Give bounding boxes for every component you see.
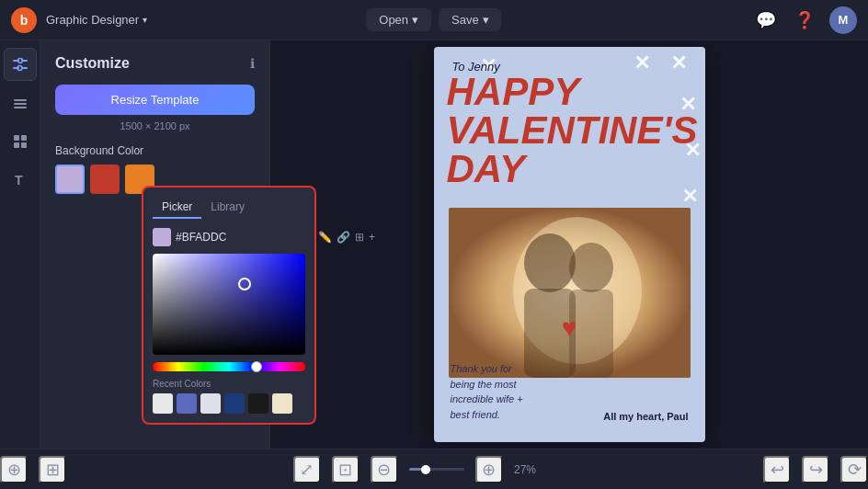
recent-swatch-3[interactable] [224,393,245,414]
svg-rect-3 [13,67,19,69]
recent-label: Recent Colors [153,379,305,389]
picker-tab-picker[interactable]: Picker [153,197,201,219]
comment-button[interactable]: 💬 [752,6,780,34]
bg-color-label: Background Color [55,144,255,157]
open-chevron-icon: ▾ [412,13,418,27]
open-label: Open [379,13,408,27]
link-icon[interactable]: 🔗 [337,231,350,244]
open-button[interactable]: Open ▾ [366,8,431,31]
zoom-level: 27% [514,463,536,476]
svg-point-16 [524,233,576,292]
grid-button[interactable]: ⊞ [39,456,66,483]
svg-rect-9 [14,135,19,141]
help-button[interactable]: ❓ [791,6,818,34]
zoom-out-button[interactable]: ⊖ [371,456,398,483]
zoom-thumb [421,465,430,474]
svg-rect-10 [21,135,27,141]
panel-title: Customize [55,55,130,72]
topbar-center-actions: Open ▾ Save ▾ [366,8,501,31]
hex-input[interactable] [176,231,314,244]
app-name: Graphic Designer [46,13,139,27]
valentine-card: ✕ ✕ ✕ ✕ ✕ ✕ To Jenny HAPPY VALENTINE'S D… [434,47,705,442]
info-icon[interactable]: ℹ [250,56,255,71]
save-chevron-icon: ▾ [483,13,489,27]
gradient-cursor [238,278,251,290]
svg-rect-6 [14,99,27,101]
svg-rect-11 [14,142,19,148]
save-label: Save [451,13,479,27]
svg-text:T: T [15,173,23,188]
swatch-red[interactable] [90,165,120,194]
svg-point-5 [17,66,22,71]
hex-row: ✏️ 🔗 ⊞ + [153,228,305,246]
app-logo: b [11,7,37,33]
grid-icon[interactable]: ⊞ [355,231,364,244]
zoom-in-button[interactable]: ⊕ [475,456,503,483]
recent-swatch-0[interactable] [153,393,173,414]
canvas-area[interactable]: ✕ ✕ ✕ ✕ ✕ ✕ To Jenny HAPPY VALENTINE'S D… [270,40,868,449]
save-button[interactable]: Save ▾ [439,8,502,31]
card-photo [449,208,691,378]
hue-thumb [251,361,262,372]
nav-layers[interactable] [4,86,37,119]
hex-color-swatch[interactable] [153,228,171,246]
recent-swatch-4[interactable] [248,393,268,414]
svg-point-18 [569,243,613,292]
svg-point-2 [17,59,22,63]
nav-elements[interactable] [4,125,37,158]
card-heart: ♥ [562,313,577,343]
resize-template-button[interactable]: Resize Template [55,85,255,115]
recent-swatch-2[interactable] [200,393,221,414]
main-layout: T Customize ℹ Resize Template 1500 × 210… [0,40,868,449]
title-line2: VALENTINE'S [447,111,698,150]
card-footer-text: Thank you forbeing the mostincredible wi… [451,361,523,422]
title-line1: HAPPY [447,73,698,111]
undo-button[interactable]: ↩ [763,456,791,483]
nav-text[interactable]: T [4,164,37,197]
hue-slider[interactable] [153,362,305,371]
app-chevron-icon[interactable]: ▾ [143,15,147,25]
color-picker-popup: Picker Library ✏️ 🔗 ⊞ + Recent Colors [142,186,316,425]
crop-button[interactable]: ⊡ [332,456,360,483]
left-panel: Customize ℹ Resize Template 1500 × 2100 … [40,40,270,449]
user-avatar[interactable]: M [829,6,857,34]
title-line3: DAY [447,150,698,188]
card-signature: All my heart, Paul [603,411,688,422]
layers-button[interactable]: ⊕ [0,456,28,483]
svg-rect-8 [14,107,27,108]
fit-button[interactable]: ⤢ [293,456,321,483]
panel-header: Customize ℹ [55,55,255,72]
swatch-blue[interactable] [55,165,85,194]
svg-rect-12 [21,142,27,148]
size-label: 1500 × 2100 px [55,120,255,131]
topbar: b Graphic Designer ▾ Open ▾ Save ▾ 💬 ❓ M [0,0,868,40]
history-button[interactable]: ⟳ [840,456,868,483]
recent-swatch-1[interactable] [177,393,197,414]
add-icon[interactable]: + [369,231,375,244]
nav-customize[interactable] [4,48,37,81]
recent-swatches [153,393,305,414]
eyedropper-icon[interactable]: ✏️ [318,231,332,244]
card-title: HAPPY VALENTINE'S DAY [447,73,698,188]
icon-nav: T [0,40,40,449]
recent-swatch-5[interactable] [272,393,292,414]
topbar-right: 💬 ❓ M [752,6,857,34]
zoom-slider[interactable] [409,468,464,471]
bottom-bar: ⊕ ⊞ ⤢ ⊡ ⊖ ⊕ 27% ↩ ↪ ⟳ [0,449,868,489]
redo-button[interactable]: ↪ [802,456,829,483]
picker-tab-library[interactable]: Library [201,197,254,219]
color-gradient[interactable] [153,254,305,355]
picker-tabs: Picker Library [153,197,305,219]
svg-rect-7 [14,103,27,105]
